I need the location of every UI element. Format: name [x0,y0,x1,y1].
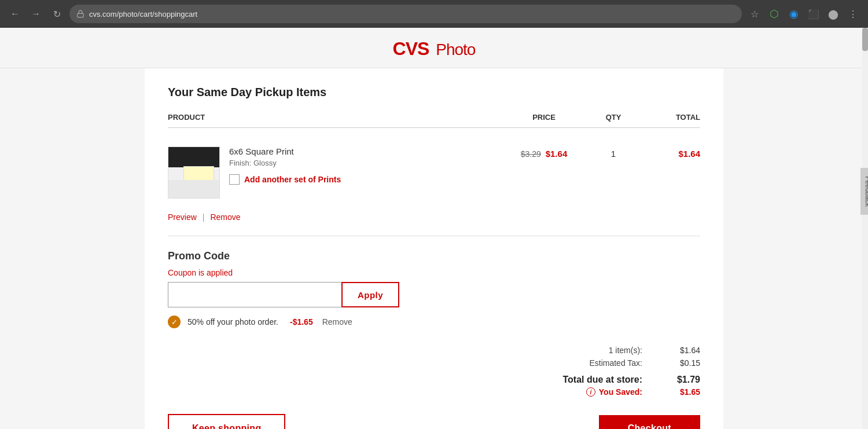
coupon-desc: 50% off your photo order. [187,317,278,327]
browser-chrome: ← → ↻ cvs.com/photo/cart/shoppingcart ☆ … [0,0,868,28]
saved-label-group: i You Saved: [586,387,642,397]
total-row: Total due at store: $1.79 [527,372,700,385]
saved-value: $1.65 [665,387,700,397]
browser-toolbar: ☆ ⬡ ◉ ⬛ ⬤ ⋮ [746,6,861,22]
extensions-button[interactable]: ⬛ [806,6,822,22]
menu-button[interactable]: ⋮ [845,6,861,22]
actions-divider: | [203,212,205,222]
item-price: $3.29 $1.64 [503,146,584,159]
scroll-thumb[interactable] [862,28,868,51]
extension-icon-1[interactable]: ⬡ [766,6,782,22]
bottom-section: 1 item(s): $1.64 Estimated Tax: $0.15 To… [168,346,700,397]
checkout-button[interactable]: Checkout [599,415,700,429]
url-text: cvs.com/photo/cart/shoppingcart [89,10,197,19]
coupon-remove-link[interactable]: Remove [322,317,352,327]
col-header-price: PRICE [503,113,584,122]
info-icon[interactable]: i [586,387,595,397]
order-summary: 1 item(s): $1.64 Estimated Tax: $0.15 To… [527,346,700,397]
coupon-amount: -$1.65 [290,317,313,327]
col-header-total: TOTAL [642,113,700,122]
tax-summary-row: Estimated Tax: $0.15 [527,358,700,368]
remove-item-link[interactable]: Remove [210,212,240,222]
cart-table-header: PRODUCT PRICE QTY TOTAL [168,113,700,128]
lock-icon [76,10,84,18]
address-bar[interactable]: cvs.com/photo/cart/shoppingcart [69,5,742,23]
items-value: $1.64 [665,346,700,355]
total-value: $1.79 [665,375,700,385]
coupon-check-icon: ✓ [168,316,181,328]
saved-row: i You Saved: $1.65 [527,387,700,397]
col-header-qty: QTY [584,113,642,122]
apply-button[interactable]: Apply [341,282,399,307]
col-header-product: PRODUCT [168,113,503,122]
promo-code-input[interactable] [168,282,341,307]
preview-link[interactable]: Preview [168,212,197,222]
add-prints-label[interactable]: Add another set of Prints [244,175,341,184]
bookmark-button[interactable]: ☆ [746,6,763,22]
back-button[interactable]: ← [7,6,23,22]
tax-label: Estimated Tax: [589,358,642,368]
section-divider [168,236,700,236]
tax-value: $0.15 [665,358,700,368]
scrollbar[interactable] [862,28,868,429]
extension-icon-2[interactable]: ◉ [786,6,802,22]
feedback-tab[interactable]: Feedback [860,168,868,215]
page-content: Your Same Day Pickup Items PRODUCT PRICE… [145,68,723,429]
site-logo[interactable]: CVS Photo [0,38,868,60]
sale-price: $1.64 [546,149,568,159]
section-title: Your Same Day Pickup Items [168,86,700,99]
item-details: 6x6 Square Print Finish: Glossy Add anot… [229,146,503,185]
item-qty: 1 [584,146,642,159]
thumbnail-inner [183,166,214,181]
item-total: $1.64 [642,146,700,159]
add-prints-row: Add another set of Prints [229,174,503,185]
cart-item: 6x6 Square Print Finish: Glossy Add anot… [168,137,700,208]
saved-label: You Saved: [599,387,642,397]
original-price: $3.29 [521,149,541,159]
promo-input-row: Apply [168,282,700,307]
coupon-discount-row: ✓ 50% off your photo order. -$1.65 Remov… [168,316,700,328]
item-finish: Finish: Glossy [229,159,503,167]
buttons-row: Keep shopping Checkout [168,414,700,429]
forward-button[interactable]: → [28,6,44,22]
page-header: CVS Photo [0,28,868,68]
items-summary-row: 1 item(s): $1.64 [527,346,700,355]
profile-button[interactable]: ⬤ [825,6,841,22]
item-name: 6x6 Square Print [229,146,503,156]
logo-cvs: CVS [393,38,429,59]
logo-photo: Photo [436,41,475,58]
item-actions: Preview | Remove [168,208,700,231]
svg-rect-0 [78,13,84,17]
refresh-button[interactable]: ↻ [49,6,65,22]
promo-section: Promo Code Coupon is applied Apply ✓ 50%… [168,250,700,328]
promo-title: Promo Code [168,250,700,262]
coupon-applied-text: Coupon is applied [168,268,700,277]
items-label: 1 item(s): [609,346,642,355]
add-prints-checkbox[interactable] [229,174,240,185]
keep-shopping-button[interactable]: Keep shopping [168,414,285,429]
total-label: Total due at store: [563,375,643,385]
product-thumbnail [168,146,220,199]
